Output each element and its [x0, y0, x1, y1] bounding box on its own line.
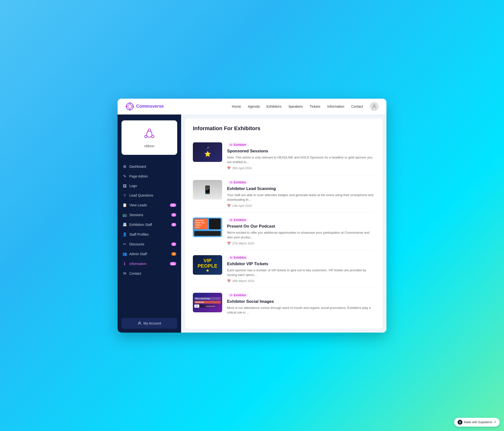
- svg-point-19: [231, 257, 231, 258]
- eye-icon-1: [230, 181, 232, 184]
- article-title-3: Exhibitor VIP Tickets: [227, 262, 375, 266]
- ribbon-logo: ribbon: [142, 127, 157, 148]
- article-item-social-images[interactable]: We're sponsoring HEADLINE AC Commsverse: [193, 288, 375, 322]
- calendar-icon-3: 📅: [227, 279, 231, 283]
- article-title-4: Exhibitor Social Images: [227, 299, 375, 304]
- sidebar: ribbon ⊞ Dashboard ✎ Page Admin 🖼 Logo: [118, 115, 181, 333]
- sidebar-item-admin-staff[interactable]: 👥 Admin Staff 3: [118, 249, 181, 259]
- supademo-label: Made with Supademo: [464, 420, 492, 424]
- article-thumb-social-images: We're sponsoring HEADLINE AC Commsverse: [193, 293, 222, 312]
- sidebar-nav: ⊞ Dashboard ✎ Page Admin 🖼 Logo ? Lead Q…: [118, 160, 181, 314]
- sidebar-item-label: View Leads: [129, 203, 147, 207]
- nav-speakers[interactable]: Speakers: [288, 105, 303, 108]
- article-thumb-lead-scanning: 📱: [193, 180, 222, 200]
- sessions-badge: 1: [171, 213, 176, 217]
- view-leads-icon: 📋: [122, 203, 127, 207]
- sidebar-item-exhibition-staff[interactable]: 📇 Exhibition Staff 6: [118, 220, 181, 230]
- article-date-2: 📅 27th March 2024: [227, 242, 375, 245]
- article-title-0: Sponsored Sessions: [227, 149, 375, 154]
- browser-window: Commsverse Home Agenda Exhibitors Speake…: [118, 99, 386, 333]
- article-excerpt-3: Each sponsor has a number of VIP tickets…: [227, 268, 375, 277]
- brand-logo[interactable]: Commsverse: [125, 102, 164, 111]
- sidebar-item-view-leads[interactable]: 📋 View Leads 11: [118, 200, 181, 210]
- article-thumb-vip-tickets: VIPPEOPLE ⭐: [193, 255, 222, 275]
- svg-point-1: [128, 105, 132, 108]
- sidebar-item-lead-questions[interactable]: ? Lead Questions: [118, 191, 181, 200]
- eye-icon-2: [230, 219, 232, 221]
- article-excerpt-0: Note: This article is only relevant to H…: [227, 155, 375, 165]
- contact-icon: ✉: [122, 271, 127, 276]
- sidebar-item-label: Lead Questions: [129, 193, 153, 197]
- svg-point-15: [231, 182, 231, 183]
- scanning-thumb-visual: 📱: [193, 180, 222, 200]
- svg-point-6: [373, 105, 375, 107]
- sidebar-item-label: Discounts: [129, 242, 144, 246]
- article-thumb-podcast: CHOOSE HOW YOU JOIN A CALL: [193, 218, 222, 237]
- nav-home[interactable]: Home: [232, 105, 241, 108]
- nav-exhibitors[interactable]: Exhibitors: [266, 105, 281, 108]
- article-thumb-sponsored-sessions: 🎤 ⭐: [193, 142, 222, 162]
- company-logo-card: ribbon: [121, 120, 177, 155]
- sidebar-item-label: Information: [129, 262, 146, 266]
- article-title-2: Present On Our Podcast: [227, 224, 375, 229]
- supademo-badge[interactable]: S Made with Supademo ↗: [454, 418, 500, 427]
- my-account-button[interactable]: My Account: [121, 318, 177, 329]
- article-date-3: 📅 26th March 2024: [227, 279, 375, 283]
- exhibition-staff-icon: 📇: [122, 222, 127, 227]
- sidebar-item-contact[interactable]: ✉ Contact: [118, 269, 181, 278]
- company-name-label: ribbon: [144, 144, 154, 148]
- information-badge: 11: [170, 262, 176, 265]
- article-list: 🎤 ⭐ Exhibitor Sponsored Sessions: [193, 137, 375, 322]
- svg-point-2: [129, 102, 131, 104]
- supademo-arrow: ↗: [494, 420, 496, 424]
- article-body-lead-scanning: Exhibitor Exhibitor Lead Scanning Your s…: [227, 180, 375, 208]
- eye-icon-4: [230, 294, 232, 297]
- page-title: Information For Exhibitors: [193, 125, 375, 132]
- sessions-icon: 📺: [122, 213, 127, 217]
- nav-contact[interactable]: Contact: [351, 105, 363, 108]
- nav-agenda[interactable]: Agenda: [248, 105, 260, 108]
- article-item-lead-scanning[interactable]: 📱 Exhibitor Exhibitor Lead Scanning: [193, 175, 375, 213]
- avatar-icon: [372, 104, 377, 109]
- article-title-1: Exhibitor Lead Scanning: [227, 186, 375, 191]
- article-date-0: 📅 26th April 2024: [227, 167, 375, 170]
- article-body-podcast: Exhibitor Present On Our Podcast We're e…: [227, 218, 375, 245]
- sidebar-item-dashboard[interactable]: ⊞ Dashboard: [118, 162, 181, 171]
- sidebar-item-discounts[interactable]: ✂ Discounts 1: [118, 239, 181, 249]
- user-avatar[interactable]: [370, 102, 379, 111]
- calendar-icon-0: 📅: [227, 167, 231, 170]
- exhibitor-tag-0: Exhibitor: [227, 142, 249, 147]
- nav-tickets[interactable]: Tickets: [310, 105, 320, 108]
- brand-name: Commsverse: [136, 104, 164, 109]
- nav-information[interactable]: Information: [327, 105, 344, 108]
- information-icon: ℹ: [122, 262, 127, 266]
- svg-point-3: [129, 109, 131, 111]
- sidebar-item-label: Dashboard: [129, 165, 146, 168]
- sidebar-item-information[interactable]: ℹ Information 11: [118, 259, 181, 269]
- sidebar-item-staff-profiles[interactable]: 👤 Staff Profiles: [118, 230, 181, 239]
- exhibitor-tag-3: Exhibitor: [227, 255, 249, 260]
- my-account-label: My Account: [143, 321, 161, 325]
- svg-point-7: [143, 128, 156, 141]
- sidebar-item-label: Staff Profiles: [129, 232, 149, 236]
- calendar-icon-2: 📅: [227, 242, 231, 245]
- article-item-podcast[interactable]: CHOOSE HOW YOU JOIN A CALL: [193, 213, 375, 250]
- ribbon-icon: [142, 127, 157, 142]
- article-item-sponsored-sessions[interactable]: 🎤 ⭐ Exhibitor Sponsored Sessions: [193, 137, 375, 175]
- article-item-vip-tickets[interactable]: VIPPEOPLE ⭐ Exhibitor Exhibitor VIP: [193, 250, 375, 288]
- svg-point-0: [126, 103, 133, 110]
- svg-point-13: [231, 144, 231, 145]
- sidebar-item-logo[interactable]: 🖼 Logo: [118, 181, 181, 191]
- sidebar-item-sessions[interactable]: 📺 Sessions 1: [118, 210, 181, 220]
- top-nav: Commsverse Home Agenda Exhibitors Speake…: [118, 99, 386, 115]
- svg-point-4: [126, 106, 127, 107]
- exhibitor-tag-2: Exhibitor: [227, 218, 249, 222]
- commsverse-logo-icon: [125, 102, 134, 111]
- svg-point-5: [132, 106, 134, 107]
- sidebar-item-page-admin[interactable]: ✎ Page Admin: [118, 171, 181, 181]
- svg-point-21: [231, 295, 231, 295]
- sidebar-item-label: Logo: [129, 184, 137, 188]
- sidebar-item-label: Sessions: [129, 213, 143, 217]
- discounts-badge: 1: [171, 242, 176, 246]
- sidebar-item-label: Contact: [129, 272, 141, 275]
